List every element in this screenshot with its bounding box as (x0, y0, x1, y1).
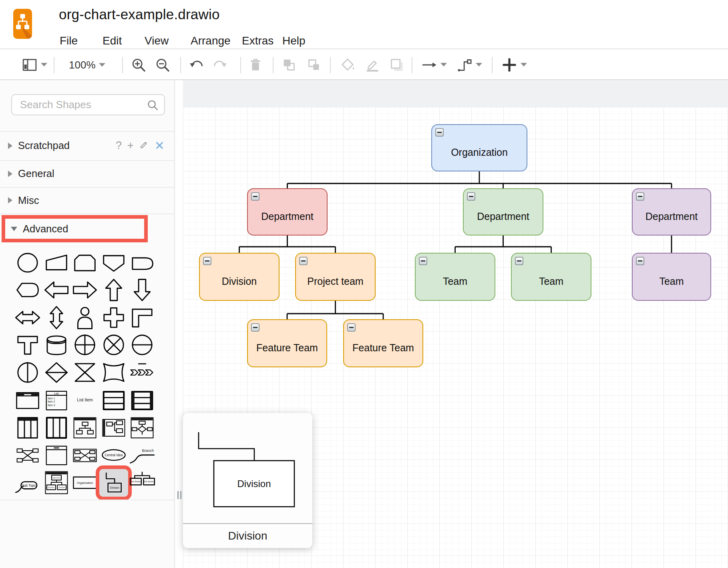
collapse-button[interactable] (467, 192, 475, 201)
shape-tee[interactable] (13, 332, 42, 359)
node-department-2[interactable]: Department (463, 188, 543, 236)
to-back-button[interactable] (306, 57, 322, 73)
menu-edit[interactable]: Edit (103, 34, 122, 47)
help-icon[interactable]: ? (116, 140, 122, 151)
shape-flow-diamond-container[interactable] (128, 414, 157, 442)
shape-crossover-flow[interactable] (70, 441, 99, 469)
view-format-button[interactable] (22, 57, 47, 73)
menu-extras[interactable]: Extras (242, 34, 274, 47)
node-team-2[interactable]: Team (511, 253, 591, 301)
shape-corner[interactable] (128, 304, 157, 332)
collapse-button[interactable] (251, 323, 259, 332)
node-project-team[interactable]: Project team (295, 253, 376, 301)
collapse-button[interactable] (636, 192, 644, 201)
shadow-button[interactable] (388, 57, 404, 73)
shape-ellipse[interactable] (13, 249, 42, 277)
shape-org-chart[interactable]: OrganizationDivisionDivision (42, 469, 71, 497)
node-feature-team-1[interactable]: Feature Team (247, 319, 327, 367)
shape-circle-crossed[interactable] (99, 332, 128, 359)
shape-trapezoid[interactable] (42, 249, 71, 277)
shape-sub-section[interactable]: Sub SectionSub Section (128, 469, 157, 497)
shape-organization-box[interactable]: Organization (70, 469, 99, 497)
shape-circle-quartered[interactable] (70, 332, 99, 359)
shape-terminator[interactable] (128, 249, 157, 277)
shape-flow-container[interactable] (99, 414, 128, 442)
collapse-button[interactable] (203, 257, 211, 265)
zoom-level-button[interactable]: 100% (69, 58, 105, 71)
collapse-button[interactable] (636, 257, 644, 265)
close-icon[interactable]: ✕ (155, 140, 165, 152)
shape-circle-half[interactable] (128, 332, 157, 359)
shape-table-rows-striped[interactable] (128, 387, 157, 414)
shape-titled-container[interactable] (42, 441, 71, 469)
node-team-1[interactable]: Team (415, 253, 495, 301)
shape-arrow-right[interactable] (70, 277, 99, 304)
fill-color-button[interactable] (340, 57, 356, 73)
menu-view[interactable]: View (145, 34, 169, 47)
node-team-3[interactable]: Team (632, 253, 711, 301)
line-color-button[interactable] (364, 57, 380, 73)
menu-help[interactable]: Help (282, 34, 306, 47)
delete-button[interactable] (247, 57, 263, 73)
sidebar-section-misc[interactable]: Misc (0, 187, 175, 214)
shape-arrows-flow[interactable] (13, 441, 42, 469)
connection-button[interactable] (421, 57, 447, 73)
shape-cylinder[interactable] (42, 332, 71, 359)
node-organization[interactable]: Organization (431, 124, 527, 171)
collapse-button[interactable] (435, 128, 444, 137)
pencil-icon[interactable] (139, 140, 149, 151)
node-label: Team (443, 267, 467, 287)
collapse-button[interactable] (347, 323, 356, 332)
shape-arrow-up[interactable] (99, 277, 128, 304)
shape-list-item[interactable]: List Item (70, 387, 99, 414)
shape-cross[interactable] (99, 304, 128, 332)
zoom-in-button[interactable] (131, 57, 147, 73)
shape-rounded-hexagon[interactable] (13, 277, 42, 304)
shape-tree-container[interactable] (70, 414, 99, 442)
shape-arrow-down[interactable] (128, 277, 157, 304)
node-department-1[interactable]: Department (247, 188, 328, 236)
shape-pentagon[interactable] (99, 249, 128, 277)
shape-concave-square[interactable] (99, 359, 128, 387)
shape-table-rows[interactable] (99, 387, 128, 414)
node-department-3[interactable]: Department (632, 188, 711, 236)
shape-arrow-up-down[interactable] (42, 304, 71, 332)
shape-sub-topic[interactable]: Sub Topic (13, 469, 42, 497)
shape-container[interactable] (13, 387, 42, 414)
zoom-out-button[interactable] (155, 57, 171, 73)
sidebar-section-general[interactable]: General (0, 160, 175, 187)
sidebar-section-advanced[interactable]: Advanced (2, 215, 148, 242)
sidebar-resize-handle[interactable] (176, 491, 183, 500)
collapse-button[interactable] (419, 257, 427, 265)
menu-arrange[interactable]: Arrange (191, 34, 231, 47)
collapse-button[interactable] (299, 257, 308, 265)
plus-icon[interactable]: + (127, 140, 134, 151)
shape-process-steps[interactable] (128, 359, 157, 387)
node-feature-team-2[interactable]: Feature Team (343, 319, 423, 367)
redo-button[interactable] (212, 57, 228, 73)
insert-button[interactable] (501, 57, 527, 73)
shape-circle-vertical[interactable] (13, 359, 42, 387)
shape-card[interactable] (70, 249, 99, 277)
node-division[interactable]: Division (199, 253, 280, 301)
search-input[interactable] (12, 99, 147, 111)
shape-branch[interactable]: Branch (128, 441, 157, 469)
shape-arrow-left-right[interactable] (13, 304, 42, 332)
collapse-button[interactable] (251, 192, 259, 201)
sidebar-section-scratchpad[interactable]: Scratchpad?+✕ (0, 131, 175, 160)
undo-button[interactable] (188, 57, 204, 73)
search-icon[interactable] (147, 99, 159, 111)
collapse-button[interactable] (515, 257, 523, 265)
shape-central-idea[interactable]: Central Idea (99, 441, 128, 469)
shape-pool-vertical[interactable] (13, 414, 42, 442)
menu-file[interactable]: File (60, 34, 78, 47)
shape-diamond-divided[interactable] (42, 359, 71, 387)
shape-pool-vertical-2[interactable] (42, 414, 71, 442)
shape-arrow-left[interactable] (42, 277, 71, 304)
shape-hourglass[interactable] (70, 359, 99, 387)
shape-actor[interactable] (70, 304, 99, 332)
shape-list[interactable]: ListItem 1Item 2Item 3 (42, 387, 71, 414)
to-front-button[interactable] (281, 57, 297, 73)
shape-division-tree[interactable]: Division (99, 469, 128, 497)
waypoints-button[interactable] (457, 57, 482, 73)
